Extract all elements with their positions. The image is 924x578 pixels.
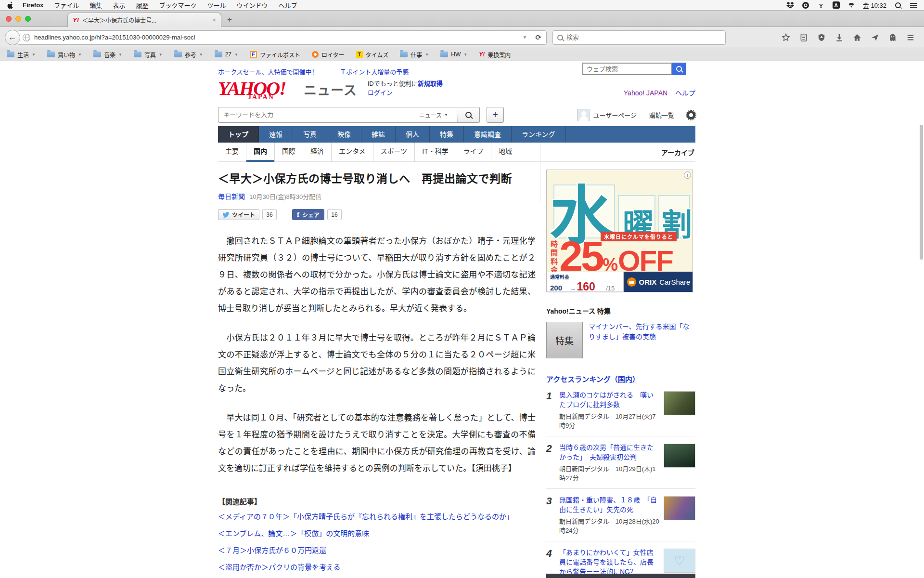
- ranking-thumbnail[interactable]: [664, 496, 695, 520]
- minimize-window-button[interactable]: [15, 16, 21, 22]
- feature-item[interactable]: 特集 マイナンバー、先行する米国「なりすまし」被害の実態: [546, 322, 695, 358]
- feature-link[interactable]: マイナンバー、先行する米国「なりすまし」被害の実態: [589, 322, 695, 358]
- archive-link[interactable]: アーカイブ: [661, 147, 695, 157]
- nav-tab-poll[interactable]: 意識調査: [464, 126, 512, 143]
- reload-icon[interactable]: ⟳: [535, 33, 541, 42]
- news-search-button[interactable]: [457, 107, 480, 123]
- close-window-button[interactable]: [6, 16, 12, 22]
- subnav-life[interactable]: ライフ: [456, 143, 491, 162]
- shield-icon[interactable]: [817, 33, 826, 42]
- menu-window[interactable]: ウインドウ: [236, 0, 268, 10]
- help-link[interactable]: ヘルプ: [675, 89, 695, 97]
- subnav-sports[interactable]: スポーツ: [373, 143, 415, 162]
- menu-view[interactable]: 表示: [113, 0, 125, 10]
- nav-tab-ranking[interactable]: ランキング: [512, 126, 566, 143]
- wifi-icon[interactable]: [847, 1, 855, 9]
- spotlight-icon[interactable]: [894, 1, 902, 9]
- promo-link-hawks[interactable]: ホークスセール、大特価で開催中！: [218, 68, 318, 76]
- apple-icon[interactable]: [7, 1, 14, 9]
- menu-file[interactable]: ファイル: [54, 0, 79, 10]
- ranking-heading[interactable]: アクセスランキング（国内）: [546, 374, 695, 384]
- home-icon[interactable]: [852, 33, 862, 42]
- bookmark-reuters[interactable]: ロイター: [312, 51, 345, 59]
- nav-tab-magazine[interactable]: 雑誌: [361, 126, 396, 143]
- related-link[interactable]: ＜エンブレム、論文…＞「模倣」の文明的意味: [218, 527, 536, 540]
- subnav-world[interactable]: 国際: [274, 143, 303, 162]
- ranking-link[interactable]: 奥入瀬のコケはがされる 嘆いたブログに批判多数: [559, 390, 659, 409]
- bookmark-filepost[interactable]: Fファイルポスト: [250, 51, 300, 59]
- ranking-link[interactable]: 当時６歳の次男「普通に生きたかった」 夫婦殺害初公判: [559, 443, 659, 462]
- bookmark-transit[interactable]: Y!乗換案内: [479, 51, 511, 59]
- nav-tab-personal[interactable]: 個人: [396, 126, 430, 143]
- facebook-share-button[interactable]: f シェア: [292, 209, 324, 220]
- bookmark-folder-work[interactable]: 仕事▼: [400, 51, 429, 59]
- bookmark-folder-shopping[interactable]: 買い物▼: [47, 51, 82, 59]
- nav-tab-photo[interactable]: 写真: [293, 126, 327, 143]
- menu-firefox[interactable]: Firefox: [23, 1, 43, 9]
- bookmark-folder-27[interactable]: 27▼: [215, 51, 238, 58]
- hamburger-menu-icon[interactable]: [906, 33, 915, 42]
- add-keyword-button[interactable]: +: [487, 107, 504, 123]
- bookmark-folder-life[interactable]: 生活▼: [7, 51, 36, 59]
- menu-bookmarks[interactable]: ブックマーク: [159, 0, 196, 10]
- ranking-thumbnail[interactable]: ♡: [664, 549, 695, 573]
- nav-tab-feature[interactable]: 特集: [430, 126, 464, 143]
- downloads-icon[interactable]: [834, 33, 844, 42]
- related-link[interactable]: ＜盗用か否か＞パクリの背景を考える: [218, 561, 536, 574]
- airport-icon[interactable]: [817, 1, 825, 9]
- share-send-icon[interactable]: [870, 33, 880, 42]
- ranking-link[interactable]: 無国籍・重い障害、１８歳 「自由に生きたい」矢先の死: [559, 495, 659, 514]
- share-count[interactable]: 16: [327, 209, 342, 220]
- subscriptions-link[interactable]: 購読一覧: [649, 110, 674, 119]
- ranking-thumbnail[interactable]: [664, 444, 695, 468]
- browser-tab[interactable]: Y! ＜早大＞小保方氏の博士号... ×: [67, 13, 221, 27]
- subnav-economy[interactable]: 経済: [303, 143, 331, 162]
- carshare-ad[interactable]: i 水 曜 割 水曜日にクルマを借りると 時間料金 25%OFF 通常料金 20…: [546, 170, 693, 292]
- gear-icon[interactable]: [687, 111, 695, 119]
- tweet-count[interactable]: 36: [262, 209, 277, 220]
- subnav-main[interactable]: 主要: [218, 143, 246, 162]
- user-page-link[interactable]: ユーザーページ: [577, 109, 637, 121]
- browser-search-field[interactable]: [552, 30, 726, 45]
- notification-center-icon[interactable]: [910, 1, 917, 9]
- menu-edit[interactable]: 編集: [90, 0, 102, 10]
- source-link[interactable]: 毎日新聞: [218, 191, 245, 201]
- nav-tab-flash[interactable]: 速報: [259, 126, 293, 143]
- url-input[interactable]: [34, 34, 519, 41]
- new-tab-button[interactable]: +: [227, 15, 232, 25]
- url-bar[interactable]: ▼ ⟳: [17, 30, 547, 45]
- creative-cloud-icon[interactable]: [802, 1, 809, 9]
- signup-link[interactable]: 新規取得: [418, 80, 443, 87]
- back-button[interactable]: ←: [5, 30, 20, 45]
- news-search-input[interactable]: [223, 111, 419, 118]
- menu-history[interactable]: 履歴: [136, 0, 148, 10]
- web-search-button[interactable]: [672, 63, 686, 75]
- news-search-field[interactable]: ニュース▼: [218, 107, 457, 123]
- input-source-icon[interactable]: A: [833, 1, 840, 9]
- subnav-entertainment[interactable]: エンタメ: [331, 143, 373, 162]
- related-link[interactable]: ＜メディアの７０年＞「小保方晴子氏らが『忘れられる権利』を主張したらどうなるのか…: [218, 511, 536, 523]
- bookmark-folder-photo[interactable]: 写真▼: [134, 51, 163, 59]
- dropbox-icon[interactable]: [786, 1, 794, 9]
- ranking-link[interactable]: 「あまりにかわいくて」女性店員に電話番号を渡したら、店長から警告ーー法的にNG？: [559, 548, 659, 577]
- ghostery-icon[interactable]: [888, 33, 898, 42]
- related-link[interactable]: ＜７月＞小保方氏が６０万円返還: [218, 544, 536, 557]
- scrollbar-thumb[interactable]: [920, 125, 923, 260]
- ad-info-icon[interactable]: i: [684, 171, 691, 179]
- bookmark-folder-hw[interactable]: HW▼: [440, 51, 467, 58]
- bookmark-times[interactable]: Tタイムズ: [356, 51, 389, 59]
- menu-help[interactable]: ヘルプ: [278, 0, 297, 10]
- site-identity-icon[interactable]: [23, 34, 30, 41]
- bookmark-folder-music[interactable]: 音楽▼: [93, 51, 122, 59]
- subnav-domestic[interactable]: 国内: [246, 143, 274, 162]
- search-scope-dropdown[interactable]: ニュース▼: [419, 111, 452, 119]
- tab-close-icon[interactable]: ×: [212, 16, 216, 24]
- yahoo-japan-logo[interactable]: YAHOO! JAPAN: [218, 77, 300, 100]
- zoom-window-button[interactable]: [25, 16, 31, 22]
- web-search-input[interactable]: [582, 63, 672, 75]
- tweet-button[interactable]: ツイート: [218, 209, 259, 220]
- bookmark-star-icon[interactable]: [781, 33, 791, 42]
- nav-tab-top[interactable]: トップ: [218, 126, 259, 143]
- bookmark-folder-reference[interactable]: 参考▼: [174, 51, 203, 59]
- browser-search-input[interactable]: [566, 34, 721, 41]
